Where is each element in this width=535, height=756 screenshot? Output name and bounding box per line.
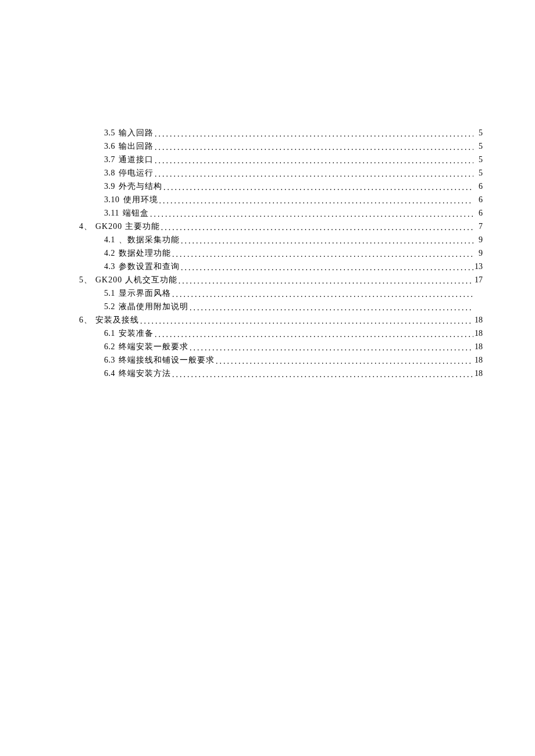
toc-entry: 6.2终端安装一般要求18	[79, 343, 483, 351]
toc-title: 显示界面风格	[119, 289, 171, 298]
toc-title: 停电运行	[119, 169, 154, 177]
toc-page-number: 5	[475, 142, 483, 151]
toc-entry: 3.8停电运行5	[79, 169, 483, 177]
toc-entry: 3.7通道接口5	[79, 156, 483, 164]
toc-number: 6、	[79, 316, 92, 324]
toc-entry: 5.1显示界面风格0	[79, 289, 483, 298]
toc-title: GK200 主要功能	[95, 223, 160, 231]
toc-entry: 6.1安装准备18	[79, 329, 483, 338]
toc-number: 3.11	[104, 209, 119, 217]
toc-title: 终端安装一般要求	[119, 343, 188, 351]
toc-page-number: 6	[475, 196, 483, 204]
toc-title: 安装及接线	[95, 316, 139, 324]
toc-leader-dots	[216, 357, 473, 366]
toc-entry: 4、GK200 主要功能7	[79, 223, 483, 231]
toc-leader-dots	[190, 304, 473, 312]
toc-page-number: 5	[475, 169, 483, 177]
toc-number: 3.10	[104, 196, 120, 204]
toc-page-number: 18	[475, 370, 483, 378]
toc-page-number: 18	[475, 329, 483, 338]
toc-leader-dots	[155, 157, 473, 165]
toc-entry: 4.1 、数据采集功能9	[79, 236, 483, 244]
toc-number: 3.6	[104, 142, 115, 151]
toc-leader-dots	[155, 130, 473, 138]
toc-title: 、数据采集功能	[119, 236, 180, 244]
toc-title: 端钮盒	[123, 209, 149, 217]
toc-page-number: 5	[475, 156, 483, 164]
toc-title: 参数设置和查询	[119, 263, 180, 271]
toc-number: 3.9	[104, 182, 115, 191]
toc-number: 3.5	[104, 129, 115, 137]
toc-title: 使用环境	[123, 196, 158, 204]
toc-title: 终端接线和铺设一般要求	[119, 356, 215, 364]
toc-page-number: 13	[475, 263, 483, 271]
toc-title: 输入回路	[119, 129, 154, 137]
toc-entry: 6.3终端接线和铺设一般要求18	[79, 356, 483, 364]
toc-leader-dots	[161, 224, 473, 232]
toc-title: 输出回路	[119, 142, 154, 151]
toc-leader-dots	[150, 210, 473, 218]
toc-number: 4.3	[104, 263, 115, 271]
toc-number: 3.7	[104, 156, 115, 164]
toc-number: 5.1	[104, 289, 115, 298]
toc-title: 终端安装方法	[119, 370, 171, 378]
toc-page-number: 6	[475, 182, 483, 191]
toc-entry: 3.9外壳与结构6	[79, 182, 483, 191]
toc-number: 6.2	[104, 343, 115, 351]
toc-leader-dots	[190, 344, 473, 352]
toc-leader-dots	[172, 371, 473, 379]
toc-leader-dots	[155, 331, 473, 339]
toc-number: 5.2	[104, 303, 115, 311]
toc-page-number: 9	[475, 249, 483, 257]
toc-entry: 4.2数据处理功能9	[79, 249, 483, 257]
toc-entry: 5.2液晶使用附加说明0	[79, 303, 483, 311]
toc-entry: 3.5输入回路5	[79, 129, 483, 137]
toc-number: 6.3	[104, 356, 115, 364]
toc-number: 5、	[79, 276, 92, 284]
toc-page-number: 18	[475, 343, 483, 351]
toc-title: 液晶使用附加说明	[119, 303, 188, 311]
toc-entry: 3.6输出回路5	[79, 142, 483, 151]
toc-leader-dots	[181, 264, 473, 272]
toc-page-number: 6	[475, 209, 483, 217]
toc-page-number: 5	[475, 129, 483, 137]
toc-page-number: 18	[475, 316, 483, 324]
toc-page-number: 17	[475, 276, 483, 284]
toc-title: 安装准备	[119, 329, 154, 338]
toc-entry: 6、安装及接线18	[79, 316, 483, 324]
toc-number: 6.4	[104, 370, 115, 378]
toc-entry: 3.10 使用环境6	[79, 196, 483, 204]
toc-entry: 6.4终端安装方法18	[79, 370, 483, 378]
toc-title: 通道接口	[119, 156, 154, 164]
toc-leader-dots	[159, 197, 474, 205]
toc-leader-dots	[172, 291, 473, 299]
table-of-contents: 3.5输入回路53.6输出回路53.7通道接口53.8停电运行53.9外壳与结构…	[79, 129, 483, 383]
toc-leader-dots	[140, 317, 473, 325]
toc-number: 3.8	[104, 169, 115, 177]
toc-title: 外壳与结构	[119, 182, 162, 191]
toc-page-number: 7	[475, 223, 483, 231]
toc-leader-dots	[179, 277, 473, 285]
toc-entry: 5、GK200 人机交互功能17	[79, 276, 483, 284]
toc-title: 数据处理功能	[119, 249, 171, 257]
toc-number: 4.2	[104, 249, 115, 257]
toc-number: 4、	[79, 223, 92, 231]
toc-page-number: 18	[475, 356, 483, 364]
toc-entry: 4.3参数设置和查询13	[79, 263, 483, 271]
toc-leader-dots	[172, 250, 473, 259]
toc-number: 6.1	[104, 329, 115, 338]
toc-entry: 3.11 端钮盒6	[79, 209, 483, 217]
toc-page-number: 9	[475, 236, 483, 244]
toc-leader-dots	[181, 237, 473, 245]
toc-number: 4.1	[104, 236, 115, 244]
toc-title: GK200 人机交互功能	[95, 276, 177, 284]
toc-leader-dots	[155, 144, 473, 152]
toc-leader-dots	[163, 184, 473, 192]
toc-leader-dots	[155, 170, 473, 178]
